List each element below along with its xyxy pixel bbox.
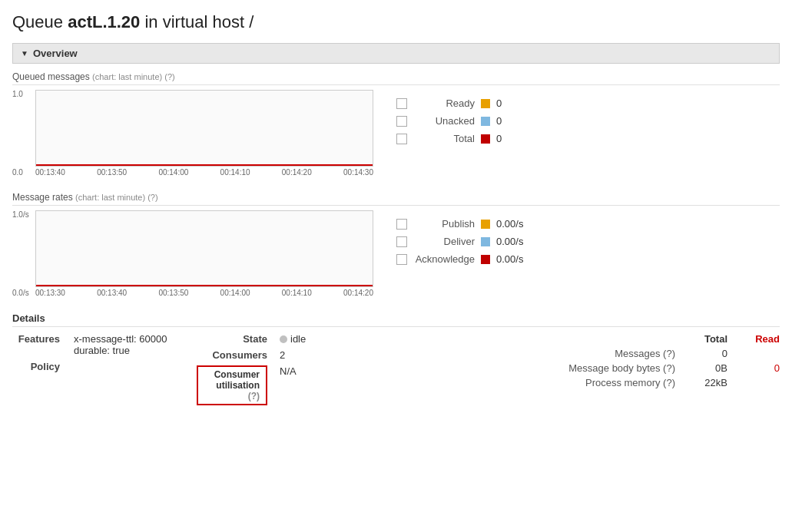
acknowledge-color-swatch [481, 255, 490, 264]
process-memory-label: Process memory (?) [552, 377, 675, 388]
acknowledge-value: 0.00/s [496, 253, 523, 265]
stats-grid: Total Read Messages (?) 0 Message body b… [552, 333, 780, 388]
total-value: 0 [496, 133, 502, 144]
acknowledge-label: Acknowledge [413, 253, 475, 265]
message-rates-label: Message rates (chart: last minute) (?) [12, 192, 780, 206]
queued-messages-chart: 1.0 0.0 00:13:40 00:13:50 00:14:00 00:14… [12, 90, 373, 177]
chart-y-bottom-label: 0.0 [12, 168, 23, 177]
total-legend-item: Total 0 [396, 133, 502, 144]
message-rates-x-labels: 00:13:30 00:13:40 00:13:50 00:14:00 00:1… [35, 289, 373, 297]
ready-legend-item: Ready 0 [396, 97, 502, 109]
state-dot-icon [280, 335, 287, 343]
consumer-util-label: Consumer utilisation [214, 369, 260, 391]
total-col-header: Total [681, 333, 727, 345]
total-color-swatch [481, 134, 490, 144]
overview-label: Overview [33, 48, 78, 59]
state-consumers-grid: State idle Consumers 2 Consumer utilisat… [197, 333, 396, 405]
ready-color-swatch [481, 99, 490, 108]
unacked-legend-item: Unacked 0 [396, 115, 502, 127]
message-rates-subsection: Message rates (chart: last minute) (?) 1… [12, 192, 780, 297]
queued-messages-legend: Ready 0 Unacked 0 Total 0 [396, 90, 502, 144]
acknowledge-checkbox[interactable] [396, 254, 407, 265]
consumer-util-value: N/A [280, 365, 396, 405]
queued-messages-chart-area: 1.0 0.0 00:13:40 00:13:50 00:14:00 00:14… [12, 90, 780, 177]
publish-legend-item: Publish 0.00/s [396, 218, 523, 230]
message-rates-legend: Publish 0.00/s Deliver 0.00/s Acknowledg… [396, 210, 523, 265]
details-section: Details Features x-message-ttl: 60000 du… [12, 312, 780, 405]
acknowledge-legend-item: Acknowledge 0.00/s [396, 253, 523, 265]
unacked-value: 0 [496, 115, 502, 127]
message-body-bytes-read: 0 [734, 362, 780, 374]
consumers-key: Consumers [197, 349, 273, 361]
queued-messages-x-labels: 00:13:40 00:13:50 00:14:00 00:14:10 00:1… [35, 168, 373, 177]
messages-stat-label: Messages (?) [552, 348, 675, 359]
features-key: Features [12, 333, 66, 356]
publish-value: 0.00/s [496, 218, 523, 230]
read-col-header: Read [734, 333, 780, 345]
state-key: State [197, 333, 273, 345]
features-value: x-message-ttl: 60000 durable: true [74, 333, 181, 356]
policy-key: Policy [12, 361, 66, 372]
stats-area: Total Read Messages (?) 0 Message body b… [552, 333, 780, 388]
message-body-bytes-label: Message body bytes (?) [552, 362, 675, 374]
total-checkbox[interactable] [396, 134, 407, 144]
features-value-2: durable: true [74, 345, 181, 356]
consumers-value: 2 [280, 349, 396, 361]
state-text: idle [290, 333, 306, 345]
features-policy-grid: Features x-message-ttl: 60000 durable: t… [12, 333, 181, 372]
unacked-label: Unacked [413, 115, 475, 127]
chart-baseline-line [36, 164, 373, 166]
consumer-util-question: (?) [248, 391, 260, 401]
publish-label: Publish [413, 218, 475, 230]
features-value-1: x-message-ttl: 60000 [74, 333, 181, 345]
details-content: Features x-message-ttl: 60000 durable: t… [12, 333, 780, 405]
deliver-value: 0.00/s [496, 236, 523, 247]
ready-value: 0 [496, 97, 502, 109]
queued-messages-label: Queued messages (chart: last minute) (?) [12, 71, 780, 85]
unacked-checkbox[interactable] [396, 116, 407, 127]
overview-arrow-icon: ▼ [21, 49, 28, 58]
rates-chart-baseline-line [36, 285, 373, 286]
message-rates-chart-area: 1.0/s 0.0/s 00:13:30 00:13:40 00:13:50 0… [12, 210, 780, 297]
unacked-color-swatch [481, 117, 490, 126]
consumer-util-key: Consumer utilisation (?) [197, 365, 273, 405]
page-title: Queue actL.1.20 in virtual host / [12, 12, 780, 32]
policy-value [74, 361, 181, 372]
consumer-utilisation-box[interactable]: Consumer utilisation (?) [197, 365, 267, 405]
overview-header[interactable]: ▼ Overview [12, 43, 780, 64]
queued-messages-subsection: Queued messages (chart: last minute) (?)… [12, 71, 780, 177]
publish-checkbox[interactable] [396, 219, 407, 230]
message-rates-chart: 1.0/s 0.0/s 00:13:30 00:13:40 00:13:50 0… [12, 210, 373, 297]
total-label: Total [413, 133, 475, 144]
rates-chart-y-bottom-label: 0.0/s [12, 289, 29, 297]
deliver-color-swatch [481, 237, 490, 246]
deliver-label: Deliver [413, 236, 475, 247]
process-memory-total: 22kB [681, 377, 727, 388]
chart-y-top-label: 1.0 [12, 90, 23, 98]
ready-checkbox[interactable] [396, 98, 407, 109]
details-label: Details [12, 312, 780, 327]
publish-color-swatch [481, 220, 490, 229]
message-rates-chart-box [35, 210, 373, 287]
deliver-legend-item: Deliver 0.00/s [396, 236, 523, 247]
ready-label: Ready [413, 97, 475, 109]
messages-total: 0 [681, 348, 727, 359]
deliver-checkbox[interactable] [396, 236, 407, 247]
message-body-bytes-total: 0B [681, 362, 727, 374]
state-value: idle [280, 333, 396, 345]
overview-section: ▼ Overview Queued messages (chart: last … [12, 43, 780, 297]
queued-messages-chart-box [35, 90, 373, 167]
rates-chart-y-top-label: 1.0/s [12, 210, 29, 219]
